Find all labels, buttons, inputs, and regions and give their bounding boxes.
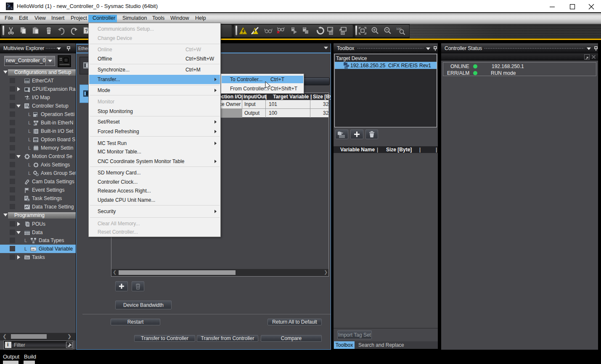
svg-text:var: var: [32, 248, 35, 251]
svg-text:1: 1: [331, 28, 333, 32]
svg-text:?: ?: [85, 28, 88, 33]
svg-text:EIP: EIP: [34, 124, 37, 126]
svg-text:ECAT: ECAT: [25, 81, 30, 83]
